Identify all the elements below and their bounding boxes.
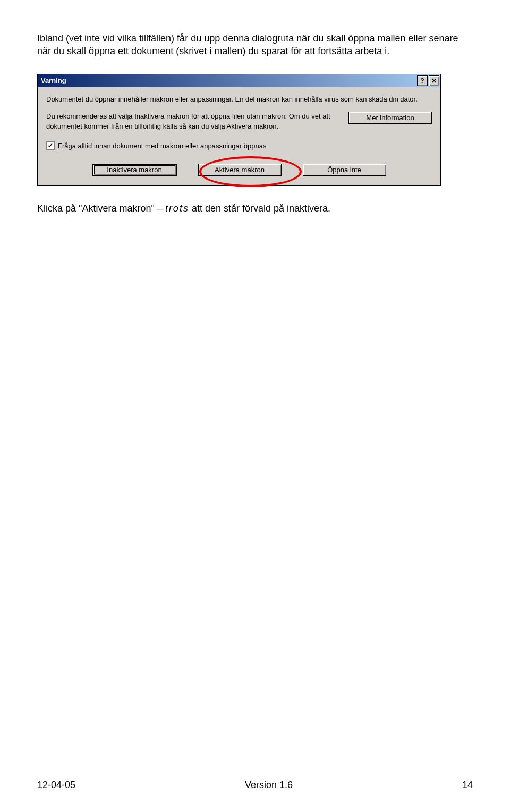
checkbox-icon[interactable]: ✔: [46, 141, 55, 150]
enable-macros-button[interactable]: Aktivera makron: [198, 164, 282, 176]
always-ask-checkbox-row[interactable]: ✔ Fråga alltid innan dokument med makron…: [46, 141, 432, 150]
dont-open-button[interactable]: Öppna inte: [303, 164, 386, 176]
outro-paragraph: Klicka på "Aktivera makron" – trots att …: [37, 202, 473, 215]
dialog-paragraph-1: Dokumentet du öppnar innehåller makron e…: [46, 95, 432, 105]
outro-emphasis: trots: [165, 203, 189, 214]
footer-date: 12-04-05: [37, 780, 75, 791]
checkbox-label: Fråga alltid innan dokument med makron e…: [58, 142, 266, 150]
dialog-body: Dokumentet du öppnar innehåller makron e…: [38, 87, 440, 186]
dialog-screenshot: Varning ? ✕ Dokumentet du öppnar innehål…: [37, 74, 441, 187]
warning-dialog: Varning ? ✕ Dokumentet du öppnar innehål…: [37, 74, 441, 187]
footer-version: Version 1.6: [245, 780, 293, 791]
titlebar-buttons: ? ✕: [417, 75, 439, 86]
dialog-button-row: Inaktivera makron Aktivera makron Öppna …: [46, 164, 432, 176]
more-info-button[interactable]: Mer information: [348, 112, 432, 124]
outro-pre: Klicka på "Aktivera makron" –: [37, 203, 165, 214]
close-icon[interactable]: ✕: [429, 75, 439, 86]
dialog-paragraph-2: Du rekommenderas att välja Inaktivera ma…: [46, 112, 338, 132]
intro-paragraph: Ibland (vet inte vid vilka tillfällen) f…: [37, 32, 473, 58]
disable-macros-button[interactable]: Inaktivera makron: [92, 164, 177, 176]
dialog-title: Varning: [41, 77, 66, 84]
page-footer: 12-04-05 Version 1.6 14: [37, 780, 473, 791]
dialog-titlebar: Varning ? ✕: [38, 74, 440, 87]
outro-post: att den står förvald på inaktivera.: [189, 203, 330, 214]
help-icon[interactable]: ?: [417, 75, 428, 86]
footer-page-number: 14: [462, 780, 473, 791]
